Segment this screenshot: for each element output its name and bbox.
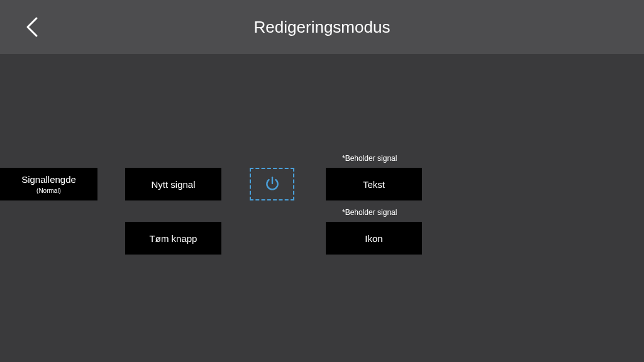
preview-slot[interactable]	[250, 168, 294, 200]
new-signal-label: Nytt signal	[151, 179, 195, 190]
signal-length-button[interactable]: Signallengde (Normal)	[0, 168, 97, 200]
back-button[interactable]	[25, 16, 39, 38]
chevron-left-icon	[25, 16, 39, 38]
header-bar: Redigeringsmodus	[0, 0, 644, 54]
signal-length-sub: (Normal)	[36, 187, 61, 194]
power-icon	[264, 176, 280, 192]
icon-label: Ikon	[365, 233, 382, 244]
text-label: Tekst	[363, 179, 385, 190]
caption-text-keep-signal-2: *Beholder signal	[342, 208, 397, 217]
content-area: Signallengde (Normal) Nytt signal Tøm kn…	[0, 54, 644, 362]
clear-button[interactable]: Tøm knapp	[125, 222, 221, 255]
new-signal-button[interactable]: Nytt signal	[125, 168, 221, 200]
clear-label: Tøm knapp	[150, 233, 197, 244]
icon-button[interactable]: Ikon	[326, 222, 422, 255]
caption-text-keep-signal-1: *Beholder signal	[342, 154, 397, 163]
page-title: Redigeringsmodus	[254, 18, 391, 37]
text-button[interactable]: Tekst	[326, 168, 422, 200]
signal-length-label: Signallengde	[21, 174, 76, 185]
